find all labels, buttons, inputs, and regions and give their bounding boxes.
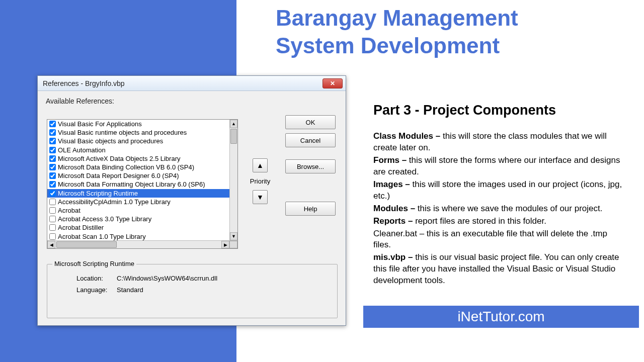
reference-item[interactable]: Visual Basic runtime objects and procedu…: [47, 128, 229, 137]
reference-label: Microsoft Data Formatting Object Library…: [58, 180, 205, 188]
content-item: Cleaner.bat – this is an executable file…: [373, 228, 625, 251]
reference-label: Acrobat Scan 1.0 Type Library: [58, 233, 146, 240]
reference-item[interactable]: Microsoft Data Binding Collection VB 6.0…: [47, 163, 229, 171]
content-item-label: Modules –: [373, 204, 418, 213]
location-value: C:\Windows\SysWOW64\scrrun.dll: [117, 275, 217, 282]
reference-checkbox[interactable]: [49, 190, 56, 197]
reference-checkbox[interactable]: [49, 224, 56, 231]
priority-controls: ▲ Priority ▼: [248, 158, 272, 204]
reference-checkbox[interactable]: [49, 233, 56, 240]
reference-label: Microsoft Data Binding Collection VB 6.0…: [58, 163, 194, 171]
dialog-buttons: OK Cancel Browse... Help: [285, 115, 336, 220]
reference-checkbox[interactable]: [49, 147, 56, 153]
slide-title: Barangay Management System Development: [276, 4, 628, 59]
slide-subtitle: Part 3 - Project Components: [373, 103, 635, 118]
priority-up-button[interactable]: ▲: [253, 158, 268, 172]
reference-label: Acrobat: [58, 207, 80, 214]
reference-label: Acrobat Distiller: [58, 224, 104, 231]
groupbox-title: Microsoft Scripting Runtime: [52, 260, 136, 267]
reference-checkbox[interactable]: [49, 216, 56, 222]
vertical-scrollbar[interactable]: ▲ ▼: [229, 120, 237, 240]
footer-text: iNetTutor.com: [457, 309, 544, 325]
reference-label: Microsoft ActiveX Data Objects 2.5 Libra…: [58, 155, 180, 162]
content-item: Reports – report files are stored in thi…: [373, 216, 625, 227]
content-item-label: Reports –: [373, 216, 415, 226]
reference-label: Visual Basic objects and procedures: [58, 137, 163, 145]
reference-checkbox[interactable]: [49, 164, 56, 170]
content-item-label: Images –: [373, 179, 413, 189]
language-value: Standard: [117, 286, 143, 294]
reference-details-groupbox: Microsoft Scripting Runtime Location: C:…: [47, 264, 338, 318]
reference-checkbox[interactable]: [49, 155, 56, 162]
content-item-label: mis.vbp –: [373, 252, 415, 262]
reference-item[interactable]: Microsoft Data Report Designer 6.0 (SP4): [47, 171, 229, 180]
reference-item[interactable]: Acrobat Access 3.0 Type Library: [47, 215, 229, 223]
references-dialog: References - BrgyInfo.vbp ✕ Available Re…: [37, 75, 346, 326]
references-listbox[interactable]: Visual Basic For ApplicationsVisual Basi…: [47, 120, 229, 240]
scroll-down-icon[interactable]: ▼: [230, 232, 237, 240]
priority-label: Priority: [248, 177, 272, 185]
horizontal-scrollbar[interactable]: ◀ ▶: [47, 240, 237, 248]
reference-item[interactable]: Microsoft ActiveX Data Objects 2.5 Libra…: [47, 154, 229, 163]
reference-label: AccessibilityCplAdmin 1.0 Type Library: [58, 198, 171, 206]
language-label: Language:: [76, 286, 117, 294]
content-item-label: Class Modules –: [373, 131, 443, 141]
reference-label: OLE Automation: [58, 146, 106, 154]
reference-checkbox[interactable]: [49, 199, 56, 205]
close-button[interactable]: ✕: [323, 78, 343, 88]
content-item: Modules – this is where we save the modu…: [373, 203, 625, 215]
priority-down-button[interactable]: ▼: [253, 190, 268, 204]
references-list-frame: Visual Basic For ApplicationsVisual Basi…: [47, 119, 238, 249]
scroll-right-icon[interactable]: ▶: [221, 241, 229, 248]
reference-checkbox[interactable]: [49, 207, 56, 214]
reference-item[interactable]: AccessibilityCplAdmin 1.0 Type Library: [47, 198, 229, 206]
title-line-1: Barangay Management: [276, 6, 518, 30]
hscroll-thumb[interactable]: [56, 241, 117, 248]
close-icon: ✕: [330, 80, 335, 87]
available-references-label: Available References:: [46, 97, 338, 105]
reference-checkbox[interactable]: [49, 129, 56, 136]
reference-item[interactable]: Visual Basic objects and procedures: [47, 137, 229, 145]
content-item: mis.vbp – this is our visual basic proje…: [373, 252, 625, 287]
reference-checkbox[interactable]: [49, 172, 56, 179]
reference-item[interactable]: Microsoft Data Formatting Object Library…: [47, 180, 229, 189]
scroll-left-icon[interactable]: ◀: [47, 241, 55, 248]
dialog-titlebar[interactable]: References - BrgyInfo.vbp ✕: [38, 76, 346, 91]
help-button[interactable]: Help: [285, 202, 336, 216]
footer-bar: iNetTutor.com: [363, 306, 639, 328]
browse-button[interactable]: Browse...: [285, 159, 336, 173]
ok-button[interactable]: OK: [285, 115, 336, 129]
reference-label: Microsoft Scripting Runtime: [58, 190, 138, 197]
reference-checkbox[interactable]: [49, 181, 56, 188]
reference-item[interactable]: Microsoft Scripting Runtime: [47, 189, 229, 198]
content-item-text: this is where we save the modules of our…: [418, 204, 603, 213]
scroll-corner: [229, 241, 237, 248]
scroll-up-icon[interactable]: ▲: [230, 120, 237, 128]
reference-label: Visual Basic For Applications: [58, 120, 142, 128]
content-item: Class Modules – this will store the clas…: [373, 131, 625, 154]
content-item-text: Cleaner.bat – this is an executable file…: [373, 229, 607, 250]
content-item-text: this will store the forms where our inte…: [373, 155, 620, 176]
reference-item[interactable]: Acrobat: [47, 206, 229, 215]
reference-label: Microsoft Data Report Designer 6.0 (SP4): [58, 172, 179, 179]
reference-item[interactable]: Acrobat Scan 1.0 Type Library: [47, 232, 229, 240]
vscroll-thumb[interactable]: [230, 129, 237, 144]
reference-item[interactable]: OLE Automation: [47, 146, 229, 154]
dialog-title: References - BrgyInfo.vbp: [41, 79, 323, 87]
content-body: Class Modules – this will store the clas…: [373, 131, 625, 288]
reference-item[interactable]: Acrobat Distiller: [47, 223, 229, 232]
title-line-2: System Development: [276, 33, 500, 58]
reference-checkbox[interactable]: [49, 121, 56, 127]
content-item-text: report files are stored in this folder.: [415, 216, 546, 226]
reference-label: Visual Basic runtime objects and procedu…: [58, 129, 187, 136]
content-item-label: Forms –: [373, 155, 409, 165]
cancel-button[interactable]: Cancel: [285, 133, 336, 147]
location-label: Location:: [76, 275, 117, 282]
reference-item[interactable]: Visual Basic For Applications: [47, 120, 229, 128]
content-item: Forms – this will store the forms where …: [373, 155, 625, 178]
content-item: Images – this will store the images used…: [373, 179, 625, 202]
reference-label: Acrobat Access 3.0 Type Library: [58, 215, 151, 223]
reference-checkbox[interactable]: [49, 138, 56, 144]
